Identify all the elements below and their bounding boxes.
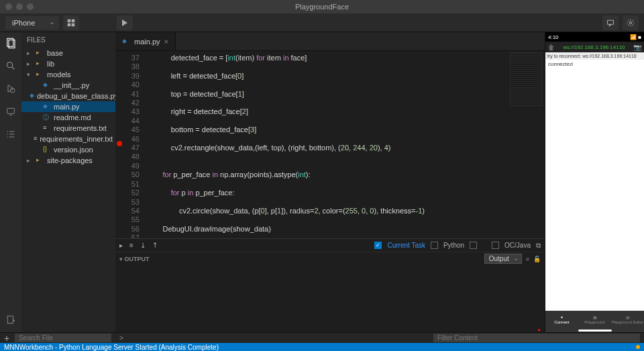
close-tab-icon[interactable]: × — [164, 38, 168, 46]
file-item[interactable]: ◆__init__.py — [21, 80, 115, 91]
file-item[interactable]: ⓘreadme.md — [21, 112, 115, 123]
phone-body[interactable]: connected — [545, 60, 644, 311]
output-upload-icon[interactable]: ⤒ — [152, 242, 158, 249]
search-icon[interactable] — [4, 59, 17, 72]
minimap[interactable] — [504, 51, 545, 238]
titlebar: PlaygroundFace — [0, 0, 644, 13]
sidebar-title: Files — [21, 32, 115, 48]
folder-item[interactable]: ▸▸site-packages — [21, 155, 115, 166]
settings-button[interactable] — [623, 15, 639, 30]
code-content[interactable]: detected_face = [int(item) for item in f… — [146, 51, 545, 238]
file-name: readme.md — [54, 113, 91, 121]
file-name: lib — [47, 60, 54, 68]
current-task-checkbox[interactable]: ✓ — [374, 242, 382, 249]
device-settings-button[interactable] — [63, 15, 79, 30]
output-download-icon[interactable]: ⤓ — [140, 242, 146, 249]
output-toolbar: ▸ ≡ ⤓ ⤒ ✓ Current Task Python OC/Java ⧉ — [115, 239, 545, 252]
current-task-label: Current Task — [387, 242, 425, 249]
search-file-input[interactable] — [15, 334, 111, 342]
phone-connected-text: connected — [548, 61, 573, 67]
file-item[interactable]: ◆main.py — [21, 101, 115, 112]
checklist-icon[interactable] — [4, 128, 17, 141]
file-name: debug_ui_base_class.py — [37, 92, 115, 100]
phone-signal-icon: 📶 ■ — [630, 34, 641, 40]
close-window-button[interactable] — [5, 3, 12, 10]
svg-rect-11 — [7, 316, 13, 323]
error-indicator-icon: ● — [537, 327, 541, 333]
explorer-icon[interactable] — [4, 36, 17, 50]
phone-statusbar: 4:10 📶 ■ — [545, 32, 644, 42]
maximize-window-button[interactable] — [27, 3, 34, 10]
add-page-icon[interactable] — [4, 313, 17, 327]
main-area: Files ▸▸base▸▸lib▾▸models◆__init__.py◆de… — [0, 32, 644, 332]
chat-button[interactable] — [602, 15, 619, 30]
phone-tabbar: ⚭Connect ▦Playground ▤Playground Editor — [545, 311, 644, 328]
debug-icon[interactable] — [4, 82, 17, 95]
file-name: requirements.txt — [54, 124, 107, 132]
minimize-window-button[interactable] — [16, 3, 23, 10]
repl-prompt[interactable]: > — [115, 333, 429, 343]
editor-body[interactable]: 37 38 39 40 41 42 43 44 45 46 47 48 49 5… — [115, 51, 545, 238]
output-panel: ▸ ≡ ⤓ ⤒ ✓ Current Task Python OC/Java ⧉ … — [115, 238, 545, 332]
file-name: requirements_inner.txt — [40, 135, 113, 143]
device-select[interactable]: iPhone — [5, 16, 59, 30]
breakpoint-icon[interactable] — [117, 141, 122, 146]
output-menu-icon[interactable]: ≡ — [129, 242, 133, 249]
window-title: PlaygroundFace — [295, 3, 349, 11]
file-name: base — [47, 49, 63, 57]
activity-bar — [0, 32, 21, 332]
folder-item[interactable]: ▸▸lib — [21, 58, 115, 69]
run-button[interactable] — [117, 15, 133, 30]
phone-home-indicator — [545, 328, 644, 332]
file-name: models — [47, 70, 70, 79]
output-footer: ● — [115, 327, 545, 332]
blank-checkbox[interactable] — [470, 242, 477, 249]
output-lock-icon[interactable]: 🔓 — [533, 256, 541, 262]
phone-time: 4:10 — [548, 34, 559, 40]
tab-main-py[interactable]: ◆ main.py × — [115, 32, 176, 50]
line-gutter: 37 38 39 40 41 42 43 44 45 46 47 48 49 5… — [115, 51, 146, 238]
file-item[interactable]: ≡requirements.txt — [21, 123, 115, 134]
phone-tab-editor[interactable]: ▤Playground Editor — [611, 311, 644, 328]
python-icon: ◆ — [122, 38, 130, 46]
filter-content-input[interactable] — [433, 334, 640, 342]
ocjava-label: OC/Java — [504, 242, 531, 249]
status-text: MNNWorkbench - Python Language Server St… — [4, 344, 219, 351]
device-preview: 4:10 📶 ■ 🗑 ws://192.168.3.196:14110 📷 tr… — [545, 32, 644, 332]
status-bar: MNNWorkbench - Python Language Server St… — [0, 343, 644, 351]
add-file-button[interactable]: + — [4, 333, 9, 344]
copy-icon[interactable]: ⧉ — [536, 242, 541, 250]
status-warning-icon[interactable] — [636, 345, 640, 349]
output-run-icon[interactable]: ▸ — [119, 242, 123, 249]
window-controls — [5, 3, 34, 10]
tab-label: main.py — [134, 38, 160, 46]
python-label: Python — [443, 242, 464, 249]
editor-area: ◆ main.py × 37 38 39 40 41 42 43 44 45 4… — [115, 32, 545, 332]
file-item[interactable]: ≡requirements_inner.txt — [21, 134, 115, 144]
phone-tab-playground[interactable]: ▦Playground — [578, 311, 611, 328]
output-content[interactable] — [115, 265, 545, 327]
ocjava-checkbox[interactable] — [492, 242, 499, 249]
file-tree[interactable]: ▸▸base▸▸lib▾▸models◆__init__.py◆debug_ui… — [21, 48, 115, 332]
phone-header: 🗑 ws://192.168.3.196:14110 📷 — [545, 42, 644, 52]
folder-item[interactable]: ▸▸base — [21, 48, 115, 58]
svg-rect-0 — [68, 19, 71, 22]
phone-reconnect-msg: try to reconnect: ws://192.168.3.196:141… — [545, 52, 644, 60]
python-checkbox[interactable] — [431, 242, 438, 249]
output-collapse-icon[interactable]: ▾ — [119, 256, 123, 262]
file-item[interactable]: {}version.json — [21, 144, 115, 155]
bottom-row: + > — [0, 332, 644, 343]
svg-rect-4 — [608, 20, 614, 24]
trash-icon[interactable]: 🗑 — [548, 44, 555, 51]
folder-item[interactable]: ▾▸models — [21, 69, 115, 80]
camera-icon[interactable]: 📷 — [633, 44, 641, 51]
file-explorer: Files ▸▸base▸▸lib▾▸models◆__init__.py◆de… — [21, 32, 115, 332]
device-icon[interactable] — [4, 105, 17, 118]
output-more-icon[interactable]: ≡ — [526, 256, 529, 262]
svg-point-8 — [7, 62, 13, 68]
phone-tab-connect[interactable]: ⚭Connect — [545, 311, 578, 328]
svg-point-5 — [630, 21, 632, 23]
output-channel-select[interactable]: Output — [484, 254, 522, 264]
file-name: __init__.py — [54, 81, 89, 89]
file-item[interactable]: ◆debug_ui_base_class.py — [21, 91, 115, 101]
